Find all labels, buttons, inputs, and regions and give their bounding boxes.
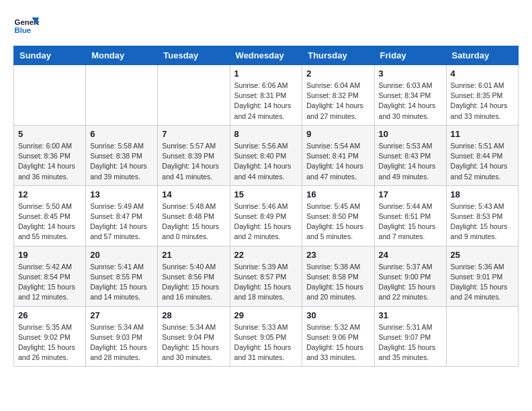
day-info: Sunrise: 5:34 AM Sunset: 9:03 PM Dayligh…: [90, 322, 153, 363]
day-number: 5: [18, 129, 81, 139]
day-cell: 23Sunrise: 5:38 AM Sunset: 8:58 PM Dayli…: [302, 246, 374, 306]
svg-text:Blue: Blue: [15, 26, 32, 34]
day-info: Sunrise: 5:41 AM Sunset: 8:55 PM Dayligh…: [90, 262, 153, 303]
day-number: 22: [234, 250, 298, 260]
day-number: 10: [379, 129, 442, 139]
day-cell: 17Sunrise: 5:44 AM Sunset: 8:51 PM Dayli…: [374, 185, 446, 246]
day-cell: 5Sunrise: 6:00 AM Sunset: 8:36 PM Daylig…: [14, 125, 86, 185]
day-cell: 18Sunrise: 5:43 AM Sunset: 8:53 PM Dayli…: [446, 185, 518, 246]
day-cell: 4Sunrise: 6:01 AM Sunset: 8:35 PM Daylig…: [446, 65, 518, 126]
day-info: Sunrise: 5:58 AM Sunset: 8:38 PM Dayligh…: [90, 141, 153, 182]
day-cell: 10Sunrise: 5:53 AM Sunset: 8:43 PM Dayli…: [374, 125, 446, 185]
day-cell: 3Sunrise: 6:03 AM Sunset: 8:34 PM Daylig…: [374, 65, 446, 126]
day-info: Sunrise: 6:03 AM Sunset: 8:34 PM Dayligh…: [379, 81, 442, 122]
day-info: Sunrise: 6:00 AM Sunset: 8:36 PM Dayligh…: [18, 141, 81, 182]
day-cell: 15Sunrise: 5:46 AM Sunset: 8:49 PM Dayli…: [230, 185, 302, 246]
day-cell: 2Sunrise: 6:04 AM Sunset: 8:32 PM Daylig…: [302, 65, 374, 126]
day-number: 15: [234, 189, 298, 199]
weekday-header-friday: Friday: [374, 46, 446, 65]
day-cell: 16Sunrise: 5:45 AM Sunset: 8:50 PM Dayli…: [302, 185, 374, 246]
day-cell: 9Sunrise: 5:54 AM Sunset: 8:41 PM Daylig…: [302, 125, 374, 185]
day-number: 25: [451, 250, 514, 260]
day-cell: 26Sunrise: 5:35 AM Sunset: 9:02 PM Dayli…: [14, 306, 86, 367]
day-cell: 31Sunrise: 5:31 AM Sunset: 9:07 PM Dayli…: [374, 306, 446, 367]
day-info: Sunrise: 5:39 AM Sunset: 8:57 PM Dayligh…: [234, 262, 298, 303]
day-info: Sunrise: 5:54 AM Sunset: 8:41 PM Dayligh…: [306, 141, 369, 182]
day-cell: [446, 306, 518, 367]
weekday-header-wednesday: Wednesday: [230, 46, 302, 65]
day-cell: 27Sunrise: 5:34 AM Sunset: 9:03 PM Dayli…: [86, 306, 158, 367]
day-number: 20: [90, 250, 153, 260]
day-number: 28: [162, 310, 225, 320]
logo: General Blue: [13, 13, 39, 39]
weekday-header-saturday: Saturday: [446, 46, 518, 65]
day-info: Sunrise: 5:51 AM Sunset: 8:44 PM Dayligh…: [451, 141, 514, 182]
day-number: 27: [90, 310, 153, 320]
day-number: 18: [451, 189, 514, 199]
day-cell: [158, 65, 230, 126]
day-info: Sunrise: 6:06 AM Sunset: 8:31 PM Dayligh…: [234, 81, 298, 122]
week-row-4: 19Sunrise: 5:42 AM Sunset: 8:54 PM Dayli…: [14, 246, 519, 306]
day-number: 19: [18, 250, 81, 260]
day-number: 9: [306, 129, 369, 139]
calendar-table: SundayMondayTuesdayWednesdayThursdayFrid…: [13, 46, 519, 367]
day-number: 11: [451, 129, 514, 139]
day-number: 2: [306, 68, 369, 79]
day-number: 12: [18, 189, 81, 199]
week-row-1: 1Sunrise: 6:06 AM Sunset: 8:31 PM Daylig…: [14, 65, 519, 126]
day-cell: 25Sunrise: 5:36 AM Sunset: 9:01 PM Dayli…: [446, 246, 518, 306]
day-number: 13: [90, 189, 153, 199]
day-cell: 12Sunrise: 5:50 AM Sunset: 8:45 PM Dayli…: [14, 185, 86, 246]
day-info: Sunrise: 5:49 AM Sunset: 8:47 PM Dayligh…: [90, 201, 153, 242]
day-cell: 14Sunrise: 5:48 AM Sunset: 8:48 PM Dayli…: [158, 185, 230, 246]
day-info: Sunrise: 5:48 AM Sunset: 8:48 PM Dayligh…: [162, 201, 225, 242]
day-number: 21: [162, 250, 225, 260]
day-info: Sunrise: 5:45 AM Sunset: 8:50 PM Dayligh…: [306, 201, 369, 242]
day-number: 14: [162, 189, 225, 199]
day-info: Sunrise: 5:50 AM Sunset: 8:45 PM Dayligh…: [18, 201, 81, 242]
day-cell: 19Sunrise: 5:42 AM Sunset: 8:54 PM Dayli…: [14, 246, 86, 306]
week-row-5: 26Sunrise: 5:35 AM Sunset: 9:02 PM Dayli…: [14, 306, 519, 367]
day-cell: 11Sunrise: 5:51 AM Sunset: 8:44 PM Dayli…: [446, 125, 518, 185]
day-info: Sunrise: 5:53 AM Sunset: 8:43 PM Dayligh…: [379, 141, 442, 182]
day-info: Sunrise: 5:35 AM Sunset: 9:02 PM Dayligh…: [18, 322, 81, 363]
day-info: Sunrise: 6:01 AM Sunset: 8:35 PM Dayligh…: [451, 81, 514, 122]
day-info: Sunrise: 5:46 AM Sunset: 8:49 PM Dayligh…: [234, 201, 298, 242]
day-cell: 13Sunrise: 5:49 AM Sunset: 8:47 PM Dayli…: [86, 185, 158, 246]
day-info: Sunrise: 5:34 AM Sunset: 9:04 PM Dayligh…: [162, 322, 225, 363]
week-row-3: 12Sunrise: 5:50 AM Sunset: 8:45 PM Dayli…: [14, 185, 519, 246]
day-number: 17: [379, 189, 442, 199]
day-cell: 30Sunrise: 5:32 AM Sunset: 9:06 PM Dayli…: [302, 306, 374, 367]
day-info: Sunrise: 5:56 AM Sunset: 8:40 PM Dayligh…: [234, 141, 298, 182]
day-number: 6: [90, 129, 153, 139]
day-info: Sunrise: 5:32 AM Sunset: 9:06 PM Dayligh…: [306, 322, 369, 363]
day-number: 8: [234, 129, 298, 139]
day-info: Sunrise: 5:38 AM Sunset: 8:58 PM Dayligh…: [306, 262, 369, 303]
logo-icon: General Blue: [13, 13, 39, 39]
page-header: General Blue: [13, 13, 519, 39]
day-cell: 28Sunrise: 5:34 AM Sunset: 9:04 PM Dayli…: [158, 306, 230, 367]
day-info: Sunrise: 5:36 AM Sunset: 9:01 PM Dayligh…: [451, 262, 514, 303]
day-cell: 6Sunrise: 5:58 AM Sunset: 8:38 PM Daylig…: [86, 125, 158, 185]
day-number: 1: [234, 68, 298, 79]
day-number: 29: [234, 310, 298, 320]
day-info: Sunrise: 5:57 AM Sunset: 8:39 PM Dayligh…: [162, 141, 225, 182]
day-number: 26: [18, 310, 81, 320]
day-number: 4: [451, 68, 514, 79]
day-cell: 29Sunrise: 5:33 AM Sunset: 9:05 PM Dayli…: [230, 306, 302, 367]
day-cell: 24Sunrise: 5:37 AM Sunset: 9:00 PM Dayli…: [374, 246, 446, 306]
day-number: 31: [379, 310, 442, 320]
day-info: Sunrise: 5:44 AM Sunset: 8:51 PM Dayligh…: [379, 201, 442, 242]
weekday-header-sunday: Sunday: [14, 46, 86, 65]
day-cell: 20Sunrise: 5:41 AM Sunset: 8:55 PM Dayli…: [86, 246, 158, 306]
day-cell: [86, 65, 158, 126]
weekday-header-row: SundayMondayTuesdayWednesdayThursdayFrid…: [14, 46, 519, 65]
day-number: 7: [162, 129, 225, 139]
day-info: Sunrise: 6:04 AM Sunset: 8:32 PM Dayligh…: [306, 81, 369, 122]
day-cell: 1Sunrise: 6:06 AM Sunset: 8:31 PM Daylig…: [230, 65, 302, 126]
weekday-header-tuesday: Tuesday: [158, 46, 230, 65]
day-number: 16: [306, 189, 369, 199]
weekday-header-thursday: Thursday: [302, 46, 374, 65]
week-row-2: 5Sunrise: 6:00 AM Sunset: 8:36 PM Daylig…: [14, 125, 519, 185]
day-cell: 8Sunrise: 5:56 AM Sunset: 8:40 PM Daylig…: [230, 125, 302, 185]
